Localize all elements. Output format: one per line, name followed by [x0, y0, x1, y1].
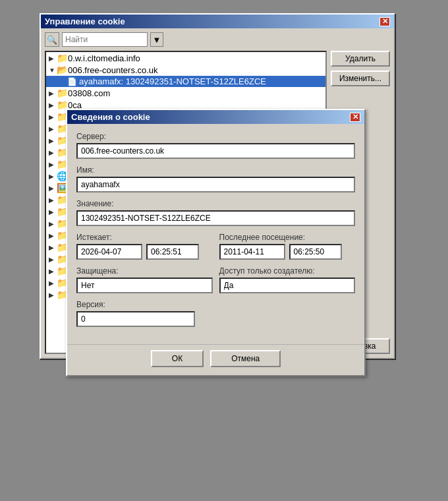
search-dropdown-button[interactable]: ▼ — [150, 32, 163, 47]
protected-input[interactable] — [76, 278, 213, 293]
dialog-footer: ОК Отмена — [67, 344, 364, 375]
value-label: Значение: — [76, 199, 355, 208]
main-title-bar: Управление cookie ✕ — [41, 15, 394, 28]
last-visit-label: Последнее посещение: — [219, 233, 356, 242]
main-window-title: Управление cookie — [45, 16, 125, 26]
value-input[interactable] — [76, 210, 355, 226]
name-input[interactable] — [76, 177, 355, 192]
last-visit-time-input[interactable] — [289, 244, 342, 260]
search-input[interactable] — [62, 32, 148, 47]
cookie-dialog-body: Сервер: Имя: Значение: Истекает: Последн… — [67, 124, 364, 341]
tree-item-label: 03808.com — [68, 88, 110, 98]
search-icon: 🔍 — [45, 32, 59, 47]
cookie-dialog-title: Сведения о cookie — [71, 112, 150, 122]
tree-item[interactable]: ▼ 📂 006.free-counters.co.uk — [46, 64, 325, 76]
tree-item[interactable]: ▶ 📁 0.w.i.cltomedia.info — [46, 52, 325, 64]
cookie-dialog-close-button[interactable]: ✕ — [350, 113, 360, 122]
protected-col: Защищена: — [76, 266, 213, 293]
tree-item-label: ayahamafx: 1302492351-NOTSET-S12ZLE6ZCE — [79, 76, 266, 86]
ok-button[interactable]: ОК — [151, 350, 204, 367]
protected-row: Защищена: Доступ только создателю: — [76, 266, 355, 293]
tree-item-label: 006.free-counters.co.uk — [68, 65, 158, 75]
tree-item-selected[interactable]: 📄 ayahamafx: 1302492351-NOTSET-S12ZLE6ZC… — [46, 76, 325, 87]
creator-only-col: Доступ только создателю: — [219, 266, 356, 293]
tree-item-label: 0.w.i.cltomedia.info — [68, 53, 140, 63]
tree-item[interactable]: ▶ 📁 03808.com — [46, 87, 325, 99]
last-visit-inputs — [219, 244, 356, 260]
cancel-button[interactable]: Отмена — [210, 350, 281, 367]
search-bar: 🔍 ▼ — [45, 32, 390, 47]
version-label: Версия: — [76, 300, 355, 309]
expires-inputs — [76, 244, 213, 260]
main-close-button[interactable]: ✕ — [379, 17, 390, 26]
name-label: Имя: — [76, 165, 355, 175]
edit-button[interactable]: Изменить... — [331, 71, 390, 86]
expires-time-input[interactable] — [146, 244, 199, 260]
expires-date-input[interactable] — [76, 244, 142, 260]
protected-label: Защищена: — [76, 266, 213, 276]
server-input[interactable] — [76, 143, 355, 159]
cookie-detail-dialog: Сведения о cookie ✕ Сервер: Имя: Значени… — [66, 109, 366, 376]
last-visit-col: Последнее посещение: — [219, 233, 356, 260]
server-label: Сервер: — [76, 132, 355, 141]
cookie-dialog-title-bar: Сведения о cookie ✕ — [67, 110, 364, 124]
delete-button[interactable]: Удалить — [331, 51, 390, 67]
expires-label: Истекает: — [76, 233, 213, 242]
dates-row: Истекает: Последнее посещение: — [76, 233, 355, 260]
creator-only-label: Доступ только создателю: — [219, 266, 356, 276]
version-input[interactable] — [76, 311, 195, 327]
last-visit-date-input[interactable] — [219, 244, 285, 260]
creator-only-input[interactable] — [219, 278, 356, 293]
expires-col: Истекает: — [76, 233, 213, 260]
